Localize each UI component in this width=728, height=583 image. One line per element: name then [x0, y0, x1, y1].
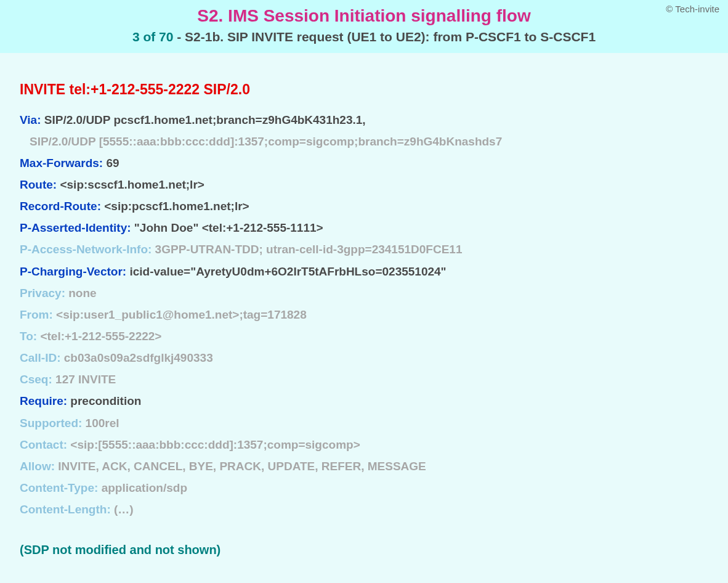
subtitle-rest: - S2-1b. SIP INVITE request (UE1 to UE2)… — [173, 30, 596, 44]
header-name: Call-ID — [20, 351, 57, 364]
header-p-charging-vector: P-Charging-Vector: icid-value="AyretyU0d… — [20, 261, 712, 282]
sip-request-uri: tel:+1-212-555-2222 SIP/2.0 — [70, 81, 250, 97]
header-name: Cseq — [20, 373, 48, 386]
header-p-access-network-info: P-Access-Network-Info: 3GPP-UTRAN-TDD; u… — [20, 238, 712, 260]
header-value: icid-value="AyretyU0dm+6O2IrT5tAFrbHLso=… — [129, 265, 446, 278]
header-value: 127 INVITE — [55, 373, 116, 386]
header-name: Max-Forwards — [20, 157, 99, 169]
header-name: P-Access-Network-Info — [20, 243, 148, 256]
header-privacy: Privacy: none — [20, 282, 712, 304]
page-title: S2. IMS Session Initiation signalling fl… — [0, 6, 728, 26]
header-value: (…) — [114, 503, 134, 516]
header-name: Record-Route — [20, 200, 97, 213]
header-value: cb03a0s09a2sdfglkj490333 — [64, 351, 213, 364]
subtitle-num: 3 of 70 — [132, 30, 174, 44]
header-name: Via — [20, 113, 37, 126]
header-value: precondition — [70, 394, 141, 407]
header-name: Route — [20, 178, 53, 191]
header: © Tech-invite S2. IMS Session Initiation… — [0, 0, 728, 53]
header-name: Supported — [20, 417, 78, 430]
header-value: "John Doe" <tel:+1-212-555-1111> — [134, 221, 323, 234]
header-value: none — [68, 287, 96, 300]
header-name: Require — [20, 394, 63, 407]
header-value: <sip:user1_public1@home1.net>;tag=171828 — [56, 308, 307, 321]
header-name: To — [20, 330, 33, 343]
header-name: P-Charging-Vector — [20, 265, 123, 278]
header-value: <tel:+1-212-555-2222> — [40, 330, 161, 343]
header-max-forwards: Max-Forwards: 69 — [20, 152, 712, 174]
header-value: SIP/2.0/UDP pcscf1.home1.net;branch=z9hG… — [44, 113, 366, 126]
header-cseq: Cseq: 127 INVITE — [20, 369, 712, 390]
header-via: Via: SIP/2.0/UDP pcscf1.home1.net;branch… — [20, 109, 712, 131]
header-call-id: Call-ID: cb03a0s09a2sdfglkj490333 — [20, 347, 712, 369]
header-content-type: Content-Type: application/sdp — [20, 477, 712, 499]
header-contact: Contact: <sip:[5555::aaa:bbb:ccc:ddd]:13… — [20, 434, 712, 455]
header-via-cont: SIP/2.0/UDP [5555::aaa:bbb:ccc:ddd]:1357… — [20, 131, 712, 152]
sip-method: INVITE — [20, 81, 65, 97]
header-supported: Supported: 100rel — [20, 412, 712, 434]
sdp-note: (SDP not modified and not shown) — [20, 539, 712, 561]
header-record-route: Record-Route: <sip:pcscf1.home1.net;lr> — [20, 195, 712, 217]
header-to: To: <tel:+1-212-555-2222> — [20, 325, 712, 347]
header-route: Route: <sip:scscf1.home1.net;lr> — [20, 174, 712, 195]
copyright-label: © Tech-invite — [666, 4, 719, 14]
header-from: From: <sip:user1_public1@home1.net>;tag=… — [20, 304, 712, 325]
sip-message-body: INVITE tel:+1-212-555-2222 SIP/2.0 Via: … — [0, 53, 728, 574]
header-allow: Allow: INVITE, ACK, CANCEL, BYE, PRACK, … — [20, 455, 712, 477]
header-content-length: Content-Length: (…) — [20, 499, 712, 520]
header-require: Require: precondition — [20, 390, 712, 412]
header-name: Content-Type — [20, 481, 94, 494]
header-value: <sip:pcscf1.home1.net;lr> — [104, 200, 249, 213]
header-name: Allow — [20, 460, 51, 473]
page-subtitle: 3 of 70 - S2-1b. SIP INVITE request (UE1… — [0, 30, 728, 44]
header-value: <sip:[5555::aaa:bbb:ccc:ddd]:1357;comp=s… — [70, 438, 360, 451]
header-name: Contact — [20, 438, 63, 451]
request-line: INVITE tel:+1-212-555-2222 SIP/2.0 — [20, 76, 712, 103]
header-value: INVITE, ACK, CANCEL, BYE, PRACK, UPDATE,… — [58, 460, 426, 473]
header-value: SIP/2.0/UDP [5555::aaa:bbb:ccc:ddd]:1357… — [30, 135, 502, 148]
header-name: Privacy — [20, 287, 62, 300]
header-value: <sip:scscf1.home1.net;lr> — [60, 178, 204, 191]
page: © Tech-invite S2. IMS Session Initiation… — [0, 0, 728, 583]
header-name: From — [20, 308, 49, 321]
header-value: 100rel — [86, 417, 119, 430]
header-value: application/sdp — [102, 481, 187, 494]
header-p-asserted-identity: P-Asserted-Identity: "John Doe" <tel:+1-… — [20, 217, 712, 238]
header-name: P-Asserted-Identity — [20, 221, 127, 234]
header-value: 69 — [106, 157, 119, 169]
header-name: Content-Length — [20, 503, 107, 516]
header-value: 3GPP-UTRAN-TDD; utran-cell-id-3gpp=23415… — [155, 243, 463, 256]
